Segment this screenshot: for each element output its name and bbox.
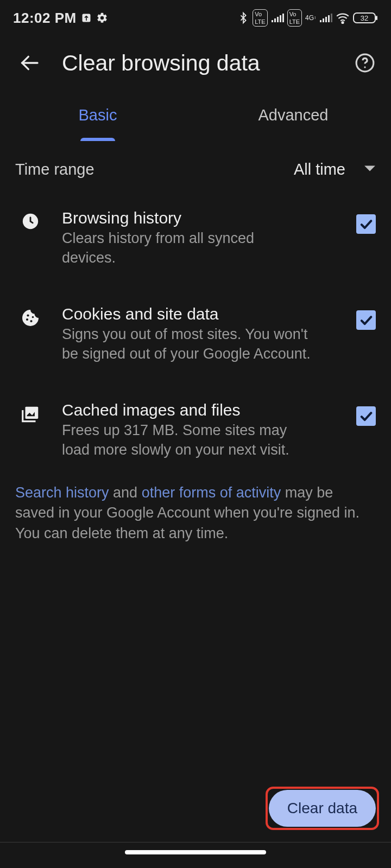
- clear-data-outline: Clear data: [266, 787, 379, 830]
- svg-rect-8: [325, 17, 327, 22]
- status-left: 12:02 PM: [13, 10, 108, 27]
- svg-rect-6: [320, 20, 321, 22]
- svg-rect-22: [26, 407, 39, 419]
- svg-rect-3: [277, 17, 279, 22]
- tabs: Basic Advanced: [0, 89, 391, 141]
- signal-icon-1: [271, 12, 284, 23]
- tab-advanced-label: Advanced: [258, 106, 329, 124]
- checkbox-browsing-history[interactable]: [356, 214, 376, 234]
- battery-icon: 32: [353, 12, 378, 24]
- svg-point-21: [32, 316, 34, 318]
- option-cookies[interactable]: Cookies and site data Signs you out of m…: [0, 286, 391, 382]
- volte-badge-1: VoLTE: [253, 9, 267, 27]
- svg-point-20: [30, 320, 32, 322]
- svg-rect-13: [376, 16, 377, 20]
- nav-handle[interactable]: [125, 850, 266, 854]
- clear-data-button[interactable]: Clear data: [269, 790, 376, 827]
- option-subtitle: Clears history from all synced devices.: [62, 228, 312, 268]
- dropdown-icon: [364, 165, 376, 175]
- svg-rect-1: [272, 20, 273, 22]
- svg-point-11: [342, 22, 343, 23]
- settings-icon: [96, 12, 108, 24]
- option-text: Cookies and site data Signs you out of m…: [62, 305, 340, 364]
- checkbox-cached[interactable]: [356, 406, 376, 426]
- option-cached[interactable]: Cached images and files Frees up 317 MB.…: [0, 382, 391, 478]
- back-button[interactable]: [14, 48, 45, 78]
- svg-rect-9: [328, 15, 330, 22]
- status-time: 12:02 PM: [13, 10, 77, 27]
- svg-point-18: [27, 314, 29, 316]
- app-bar: Clear browsing data: [0, 36, 391, 89]
- svg-rect-10: [331, 14, 332, 22]
- option-browsing-history[interactable]: Browsing history Clears history from all…: [0, 190, 391, 286]
- checkbox-cookies[interactable]: [356, 310, 376, 330]
- option-subtitle: Frees up 317 MB. Some sites may load mor…: [62, 420, 312, 460]
- clear-data-label: Clear data: [287, 800, 357, 817]
- history-icon: [15, 209, 46, 231]
- status-right: VoLTE VoLTE 4G↕ 32: [237, 9, 378, 27]
- svg-rect-4: [280, 15, 281, 22]
- time-range-value: All time: [294, 161, 345, 178]
- bluetooth-icon: [237, 11, 249, 25]
- network-4g-icon: 4G↕: [305, 15, 316, 21]
- time-range-label: Time range: [15, 161, 94, 178]
- svg-rect-2: [274, 18, 276, 22]
- svg-point-16: [364, 66, 365, 68]
- footer-note: Search history and other forms of activi…: [0, 478, 391, 544]
- page-title: Clear browsing data: [62, 50, 260, 76]
- footer-mid1: and: [109, 484, 142, 501]
- svg-point-19: [26, 318, 28, 321]
- help-button[interactable]: [353, 51, 377, 75]
- svg-rect-5: [282, 14, 284, 22]
- battery-level: 32: [361, 14, 368, 22]
- volte-badge-2: VoLTE: [287, 9, 302, 27]
- system-nav-bar: [0, 842, 391, 868]
- signal-icon-2: [319, 12, 332, 23]
- option-title: Cached images and files: [62, 401, 340, 419]
- option-title: Cookies and site data: [62, 305, 340, 323]
- time-range-row[interactable]: Time range All time: [0, 141, 391, 190]
- tab-advanced[interactable]: Advanced: [195, 89, 391, 141]
- svg-rect-7: [323, 18, 324, 22]
- option-title: Browsing history: [62, 209, 340, 227]
- cookie-icon: [15, 305, 46, 328]
- link-other-activity[interactable]: other forms of activity: [142, 484, 281, 501]
- wifi-icon: [336, 12, 350, 24]
- link-search-history[interactable]: Search history: [15, 484, 109, 501]
- option-text: Browsing history Clears history from all…: [62, 209, 340, 268]
- tab-basic-label: Basic: [79, 106, 117, 124]
- tab-basic[interactable]: Basic: [0, 89, 195, 141]
- clear-data-highlight: Clear data: [266, 787, 379, 830]
- option-text: Cached images and files Frees up 317 MB.…: [62, 401, 340, 460]
- image-stack-icon: [15, 401, 46, 425]
- status-bar: 12:02 PM VoLTE VoLTE 4G↕ 32: [0, 0, 391, 36]
- option-subtitle: Signs you out of most sites. You won't b…: [62, 324, 312, 364]
- upload-icon: [81, 12, 92, 23]
